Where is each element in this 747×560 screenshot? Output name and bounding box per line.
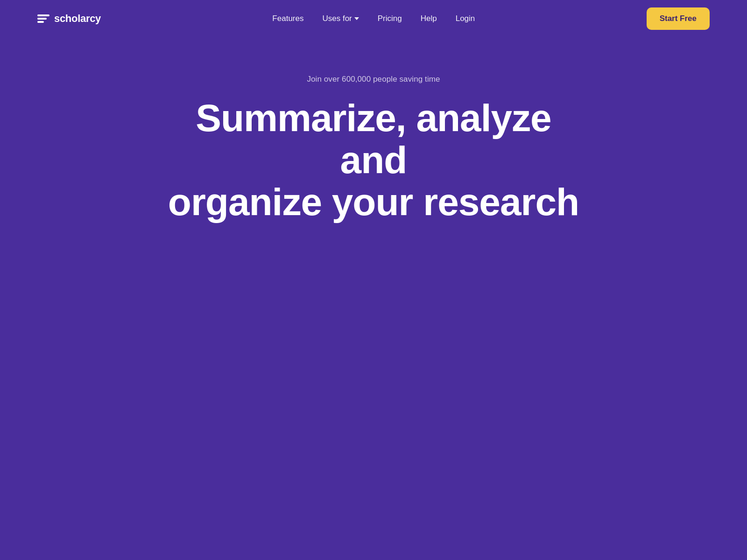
logo-text: scholarcy xyxy=(54,13,101,25)
nav-link-uses-for[interactable]: Uses for xyxy=(322,14,359,23)
hero-section: Join over 600,000 people saving time Sum… xyxy=(0,37,747,224)
nav-link-pricing[interactable]: Pricing xyxy=(378,14,402,23)
navbar: scholarcy Features Uses for Pricing Help… xyxy=(0,0,747,37)
uses-for-label: Uses for xyxy=(322,14,352,23)
nav-item-features[interactable]: Features xyxy=(272,14,303,23)
logo[interactable]: scholarcy xyxy=(37,13,101,25)
nav-link-features[interactable]: Features xyxy=(272,14,303,23)
nav-item-uses-for[interactable]: Uses for xyxy=(322,14,359,23)
hero-title: Summarize, analyze and organize your res… xyxy=(163,97,584,224)
hero-title-line2: organize your research xyxy=(168,181,579,223)
nav-link-help[interactable]: Help xyxy=(421,14,437,23)
hero-subtitle: Join over 600,000 people saving time xyxy=(307,75,440,84)
nav-link-login[interactable]: Login xyxy=(456,14,475,23)
nav-links: Features Uses for Pricing Help Login xyxy=(272,14,475,23)
nav-item-pricing[interactable]: Pricing xyxy=(378,14,402,23)
hero-title-line1: Summarize, analyze and xyxy=(196,97,551,181)
logo-icon xyxy=(37,14,49,23)
nav-item-login[interactable]: Login xyxy=(456,14,475,23)
start-free-button[interactable]: Start Free xyxy=(647,7,710,30)
chevron-down-icon xyxy=(354,17,359,20)
nav-item-help[interactable]: Help xyxy=(421,14,437,23)
